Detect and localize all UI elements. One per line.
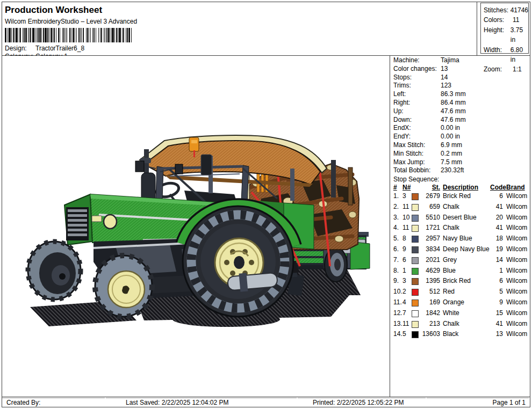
created-by: Created By:: [2, 398, 105, 407]
thread-code: 6: [490, 192, 503, 203]
stop-sequence-row: 5.82957Navy Blue18Wilcom: [393, 235, 529, 245]
stat-value: 3.75 in: [511, 25, 528, 45]
thread-brand: Wilcom: [503, 320, 528, 331]
thread-color-swatch: [412, 289, 419, 296]
stop-number: 4.: [393, 224, 402, 235]
swatch-cell: [412, 298, 420, 309]
stat-row: Height:3.75 in: [484, 25, 528, 45]
thread-code: 41: [490, 224, 503, 235]
tractor: [28, 135, 327, 317]
design-value: TractorTrailer6_8: [35, 45, 84, 53]
stop-sequence-row: 2.11659Chalk41Wilcom: [393, 203, 529, 214]
thread-color-swatch: [412, 204, 419, 211]
thread-code: 41: [490, 320, 503, 331]
stop-sequence-row: 12.71842White15Wilcom: [393, 309, 529, 320]
machine-info-value: 86.4 mm: [441, 99, 466, 107]
needle-number: 9: [402, 245, 412, 256]
thread-code: 15: [490, 309, 503, 320]
stitch-count: 169: [420, 298, 440, 309]
stop-number: 3.: [393, 214, 402, 224]
machine-info-value: 0.00 in: [441, 124, 460, 133]
machine-info-value: Tajima: [441, 56, 459, 65]
stop-sequence-row: 1.32679Brick Red6Wilcom: [393, 192, 529, 203]
stop-number: 1.: [393, 192, 402, 203]
needle-number: 11: [402, 320, 412, 331]
stop-number: 5.: [393, 235, 402, 245]
machine-info-label: Min Stitch:: [393, 150, 441, 158]
thread-color-swatch: [412, 236, 419, 243]
machine-info-row: Max Stitch:6.9 mm: [393, 141, 529, 150]
machine-info-row: Right:86.4 mm: [393, 99, 529, 107]
stitch-count: 659: [420, 203, 440, 214]
swatch-cell: [412, 256, 420, 267]
machine-info-row: Left:86.3 mm: [393, 90, 529, 99]
thread-code: 20: [490, 214, 503, 224]
embroidery-design: [9, 134, 379, 382]
machine-info-label: Trims:: [393, 82, 441, 90]
machine-info-label: Machine:: [393, 56, 441, 65]
machine-info-label: Left:: [393, 90, 441, 99]
thread-description: Brick Red: [440, 192, 490, 203]
machine-info-value: 6.9 mm: [441, 141, 462, 150]
grille: [66, 207, 89, 240]
thread-brand: Wilcom: [503, 298, 528, 309]
thread-code: 18: [490, 235, 503, 245]
col-swatch: [412, 184, 420, 192]
machine-info-label: Color changes:: [393, 65, 441, 74]
machine-info-label: Max Stitch:: [393, 141, 441, 150]
thread-color-swatch: [412, 331, 419, 338]
needle-number: 4: [402, 298, 412, 309]
machine-info-label: Down:: [393, 116, 441, 125]
design-canvas: [2, 56, 390, 397]
machine-info-value: 123: [441, 82, 451, 90]
thread-brand: Wilcom: [503, 267, 528, 277]
stat-value: 41746: [511, 5, 528, 15]
thread-brand: Wilcom: [503, 288, 528, 298]
stop-sequence-row: 4.111721Chalk41Wilcom: [393, 224, 529, 235]
thread-description: Chalk: [440, 320, 490, 331]
thread-description: Orange: [440, 298, 490, 309]
design-stats-box: Stitches:41746Colors:11Height:3.75 inWid…: [480, 3, 529, 54]
last-saved: Last Saved: 2/22/2025 12:04:02 PM: [106, 398, 297, 407]
design-row: Design: TractorTrailer6_8: [5, 45, 137, 53]
far-front-wheel: [28, 242, 81, 300]
thread-code: 13: [490, 330, 503, 341]
machine-info-row: Max Jump:7.5 mm: [393, 158, 529, 167]
stitch-count: 1721: [420, 224, 440, 235]
machine-info-value: 47.6 mm: [441, 116, 466, 125]
software-name: Wilcom EmbroideryStudio – Level 3 Advanc…: [5, 18, 137, 25]
stop-number: 2.: [393, 203, 402, 214]
thread-code: 9: [490, 298, 503, 309]
thread-code: 41: [490, 203, 503, 214]
swatch-cell: [412, 267, 420, 277]
thread-brand: Wilcom: [503, 277, 528, 288]
stat-value: 11: [513, 15, 519, 25]
needle-number: 3: [402, 277, 412, 288]
machine-info-value: 47.6 mm: [441, 107, 466, 116]
stop-number: 11.: [393, 298, 402, 309]
stop-sequence-header: # N# St. Description Code Brand: [393, 184, 529, 192]
machine-info-row: EndX:0.00 in: [393, 124, 529, 133]
thread-description: Desert Blue: [440, 214, 490, 224]
col-description: Description: [440, 184, 490, 192]
machine-info-label: Up:: [393, 107, 441, 116]
swatch-cell: [412, 245, 420, 256]
machine-info-label: Max Jump:: [393, 158, 441, 167]
thread-color-swatch: [412, 310, 419, 317]
stitch-count: 213: [420, 320, 440, 331]
machine-info-value: 13: [441, 65, 448, 74]
thread-brand: Wilcom: [503, 203, 528, 214]
stitch-count: 2021: [420, 256, 440, 267]
stop-sequence-row: 3.105510Desert Blue20Wilcom: [393, 214, 529, 224]
machine-info-row: Machine:Tajima: [393, 56, 529, 65]
stitch-count: 13603: [420, 330, 440, 341]
stop-number: 14.: [393, 330, 402, 341]
stitch-count: 2957: [420, 235, 440, 245]
thread-description: Red: [440, 288, 490, 298]
stat-row: Colors:11: [484, 15, 528, 25]
stat-row: Stitches:41746: [484, 5, 528, 15]
machine-info-value: 0.00 in: [441, 133, 460, 141]
machine-info-label: Stops:: [393, 74, 441, 82]
stop-number: 8.: [393, 267, 402, 277]
stop-sequence-table: 1.32679Brick Red6Wilcom2.11659Chalk41Wil…: [393, 192, 529, 341]
